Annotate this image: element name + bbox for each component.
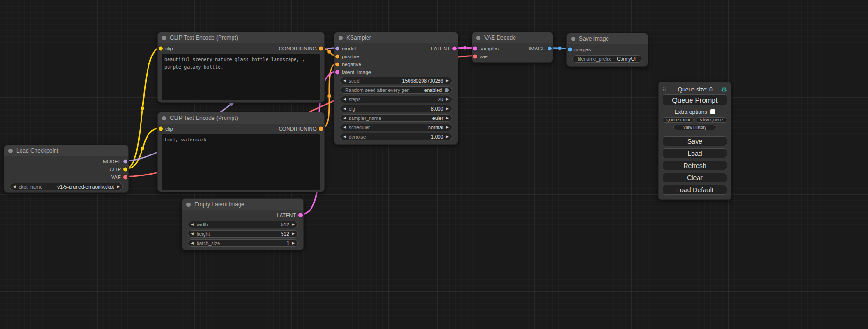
image-output-dot[interactable] [548,46,552,50]
positive-input-dot[interactable] [335,54,339,58]
collapse-dot-icon[interactable] [571,37,575,41]
node-title-bar[interactable]: KSampler [334,32,458,43]
node-title-bar[interactable]: VAE Decode [472,32,553,43]
queue-prompt-button[interactable]: Queue Prompt [663,94,727,105]
batch-size-widget[interactable]: ◀ batch_size 1 ▶ [188,239,298,247]
node-title-bar[interactable]: CLIP Text Encode (Prompt) [158,32,324,43]
widget-value: 1 [286,240,289,246]
decrement-arrow-icon[interactable]: ◀ [343,107,346,111]
node-title-bar[interactable]: Save Image [567,33,648,44]
collapse-dot-icon[interactable] [339,36,343,40]
ckpt-name-widget[interactable]: ◀ ckpt_name v1-5-pruned-emaonly.ckpt ▶ [10,183,123,190]
extra-options-checkbox[interactable] [710,109,715,114]
widget-label: scheduler [349,125,370,130]
clear-button[interactable]: Clear [663,173,727,182]
slot-label: CLIP [110,167,121,172]
node-graph-canvas[interactable]: { "nodes": { "load_checkpoint": { "title… [0,0,868,329]
filename-prefix-widget[interactable]: filename_prefix ComfyUI [572,55,642,63]
increment-arrow-icon[interactable]: ▶ [292,232,295,236]
decrement-arrow-icon[interactable]: ◀ [343,135,346,139]
scheduler-widget[interactable]: ◀ scheduler normal ▶ [340,124,452,131]
collapse-dot-icon[interactable] [476,36,480,40]
denoise-widget[interactable]: ◀ denoise 1.000 ▶ [340,133,452,140]
decrement-arrow-icon[interactable]: ◀ [191,241,194,245]
widget-value: v1-5-pruned-emaonly.ckpt [57,184,114,189]
load-default-button[interactable]: Load Default [663,185,727,195]
collapse-dot-icon[interactable] [8,149,13,153]
latent-output-dot[interactable] [452,46,457,50]
decrement-arrow-icon[interactable]: ◀ [13,185,16,189]
prompt-text-area[interactable]: beautiful scenery nature glass bottle la… [162,54,320,100]
increment-arrow-icon[interactable]: ▶ [446,135,449,139]
widget-label: sampler_name [349,115,381,121]
negative-input-dot[interactable] [335,62,339,66]
slot-label: positive [342,54,359,59]
ksampler-node[interactable]: KSampler model LATENT positive negative … [334,32,458,145]
increment-arrow-icon[interactable]: ▶ [446,116,449,120]
decrement-arrow-icon[interactable]: ◀ [343,126,346,129]
conditioning-output-dot[interactable] [319,126,323,131]
node-title-bar[interactable]: Empty Latent Image [182,199,303,210]
clip-input-dot[interactable] [159,46,163,50]
positive-slot-row: positive [334,52,458,60]
widget-value: enabled [424,87,442,93]
increment-arrow-icon[interactable]: ▶ [446,98,449,101]
latent-image-input-dot[interactable] [335,70,339,74]
decrement-arrow-icon[interactable]: ◀ [191,223,194,226]
load-checkpoint-node[interactable]: Load Checkpoint MODEL CLIP VAE ◀ ckpt_na… [4,145,129,193]
view-history-button[interactable]: View History [673,125,716,130]
decrement-arrow-icon[interactable]: ◀ [191,232,194,236]
increment-arrow-icon[interactable]: ▶ [292,241,295,245]
collapse-dot-icon[interactable] [162,116,166,120]
widget-value: 512 [281,231,289,237]
toggle-knob-icon[interactable] [445,88,449,92]
decrement-arrow-icon[interactable]: ◀ [343,98,346,101]
increment-arrow-icon[interactable]: ▶ [292,223,295,226]
conditioning-output-dot[interactable] [319,46,323,50]
latent-output-dot[interactable] [298,213,303,217]
collapse-dot-icon[interactable] [162,36,166,40]
drag-handle-icon[interactable]: ⠿ [663,87,666,93]
clip-input-dot[interactable] [159,126,163,131]
node-title-bar[interactable]: Load Checkpoint [4,145,128,156]
collapse-dot-icon[interactable] [186,203,191,207]
queue-front-button[interactable]: Queue Front [663,117,694,123]
increment-arrow-icon[interactable]: ▶ [446,79,449,83]
cfg-widget[interactable]: ◀ cfg 8.000 ▶ [340,105,452,112]
width-widget[interactable]: ◀ width 512 ▶ [188,221,298,228]
settings-gear-icon[interactable]: ⚙ [721,86,727,93]
increment-arrow-icon[interactable]: ▶ [446,126,449,129]
seed-widget[interactable]: ◀ seed 156680208700286 ▶ [340,77,452,84]
model-input-dot[interactable] [335,46,339,50]
height-widget[interactable]: ◀ height 512 ▶ [188,230,298,238]
increment-arrow-icon[interactable]: ▶ [117,185,120,189]
node-title-bar[interactable]: CLIP Text Encode (Prompt) [158,112,324,124]
clip-text-encode-positive-node[interactable]: CLIP Text Encode (Prompt) clip CONDITION… [157,32,325,103]
clip-output-dot[interactable] [123,167,127,171]
empty-latent-image-node[interactable]: Empty Latent Image LATENT ◀ width 512 ▶ … [182,198,304,250]
slot-label: CONDITIONING [279,126,317,132]
widget-value: 1.000 [431,134,443,140]
link-midpoint-dot [327,94,331,98]
clip-text-encode-negative-node[interactable]: CLIP Text Encode (Prompt) clip CONDITION… [157,112,325,192]
model-output-dot[interactable] [123,159,127,163]
view-queue-button[interactable]: View Queue [696,117,727,123]
random-seed-toggle-widget[interactable]: Random seed after every gen enabled [340,86,452,94]
refresh-button[interactable]: Refresh [663,161,727,170]
vae-decode-node[interactable]: VAE Decode samples IMAGE vae [472,32,553,63]
sampler-name-widget[interactable]: ◀ sampler_name euler ▶ [340,114,452,122]
latent-output-slot: LATENT [182,211,303,219]
slot-label: VAE [111,175,121,180]
save-image-node[interactable]: Save Image images filename_prefix ComfyU… [566,33,648,67]
increment-arrow-icon[interactable]: ▶ [446,107,449,111]
load-button[interactable]: Load [663,148,727,158]
save-button[interactable]: Save [663,136,727,146]
steps-widget[interactable]: ◀ steps 20 ▶ [340,96,452,103]
prompt-text-area[interactable]: text, watermark [162,134,320,190]
vae-output-dot[interactable] [123,175,127,179]
images-input-dot[interactable] [568,47,572,51]
decrement-arrow-icon[interactable]: ◀ [343,79,346,83]
decrement-arrow-icon[interactable]: ◀ [343,116,346,120]
vae-input-dot[interactable] [473,54,477,58]
samples-input-dot[interactable] [473,46,477,50]
